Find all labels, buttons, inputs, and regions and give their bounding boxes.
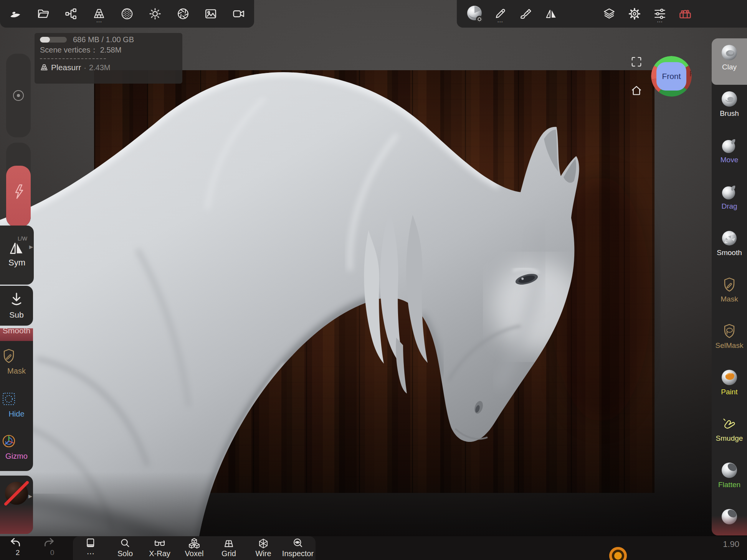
- shield-brush-icon: [0, 347, 18, 365]
- gizmo-tool-button[interactable]: Gizmo: [0, 432, 33, 461]
- xray-label: X-Ray: [143, 550, 177, 557]
- sculpt-viewport[interactable]: [0, 0, 747, 560]
- smooth-toast-label: Smooth: [0, 328, 33, 335]
- tool-mask[interactable]: Mask: [712, 270, 747, 317]
- files-button[interactable]: [31, 1, 56, 26]
- settings-button[interactable]: [622, 1, 647, 26]
- tool-label: Smooth: [712, 249, 747, 257]
- scene-menu-button[interactable]: ⋯: [74, 536, 107, 560]
- mesh-vertex-count: 2.43M: [89, 63, 111, 72]
- symmetry-button[interactable]: [538, 1, 564, 26]
- mesh-name: Pleasurr: [51, 63, 81, 72]
- camera-button[interactable]: [226, 1, 251, 26]
- environment-button[interactable]: [114, 1, 140, 26]
- solo-toggle[interactable]: Solo: [108, 536, 142, 560]
- shield-lasso-icon: [721, 322, 738, 340]
- more-indicator: ⋯: [488, 19, 513, 25]
- mask-menu-button[interactable]: Mask: [0, 347, 33, 376]
- display-options-panel: ⋯ Solo X-Ray V: [73, 536, 316, 560]
- fullscreen-icon: [631, 56, 642, 68]
- redo-button[interactable]: 0: [43, 537, 61, 557]
- home-icon: [630, 84, 643, 97]
- matcap-disabled-button[interactable]: ▶: [0, 476, 33, 534]
- postprocess-button[interactable]: [170, 1, 196, 26]
- topology-button[interactable]: ⋯: [86, 1, 112, 26]
- clay-sphere-icon: [721, 44, 738, 61]
- memory-progress-fill: [40, 37, 50, 43]
- inspector-toggle[interactable]: Inspector: [281, 536, 315, 560]
- node-graph-icon: [64, 7, 78, 20]
- nomad-sculpt-app: ⋯: [0, 0, 747, 560]
- material-sphere-icon: [466, 5, 484, 23]
- glasses-icon: [154, 538, 165, 549]
- folder-icon: [37, 7, 50, 20]
- inspector-eye-icon: [292, 538, 304, 549]
- intensity-slider[interactable]: [6, 143, 31, 227]
- layers-icon: [603, 7, 616, 20]
- dashed-separator: [40, 58, 106, 59]
- tool-smooth[interactable]: Smooth: [712, 224, 747, 270]
- solo-label: Solo: [108, 550, 142, 557]
- sub-mode-button[interactable]: Sub: [0, 286, 33, 326]
- shield-brush-icon: [721, 276, 738, 293]
- tool-move[interactable]: Move: [712, 131, 747, 178]
- undo-button[interactable]: 2: [8, 537, 27, 557]
- left-tool-panel: Mask Hide Gizmo: [0, 341, 33, 471]
- aperture-icon: [177, 7, 190, 20]
- tool-brush[interactable]: Brush: [712, 85, 747, 131]
- tool-label: Move: [712, 156, 747, 164]
- symmetry-icon: [8, 240, 25, 255]
- undo-count: 2: [8, 548, 27, 557]
- hide-marquee-icon: [0, 390, 18, 408]
- tool-flatten[interactable]: Flatten: [712, 456, 747, 502]
- gizmo-label: Gizmo: [0, 452, 33, 461]
- undo-icon: [8, 537, 21, 548]
- reset-camera-home-button[interactable]: [630, 84, 643, 97]
- interface-sliders-button[interactable]: ⋯: [647, 1, 673, 26]
- material-button[interactable]: [462, 1, 488, 26]
- layers-button[interactable]: [597, 1, 622, 26]
- zoom-level-readout: 1.90: [712, 539, 739, 549]
- app-logo-button[interactable]: [3, 1, 28, 26]
- sub-label: Sub: [0, 310, 33, 320]
- toolbox-button[interactable]: [673, 1, 698, 26]
- fullscreen-button[interactable]: [631, 56, 642, 68]
- tool-selmask[interactable]: SelMask: [712, 317, 747, 363]
- view-orientation-gizmo[interactable]: R Front: [650, 55, 692, 97]
- symmetry-toggle-button[interactable]: L/W ▶ Sym: [0, 226, 34, 285]
- chevron-right-icon: ▶: [28, 493, 32, 499]
- radius-icon: [12, 89, 25, 102]
- voxel-cubes-icon: [188, 538, 200, 549]
- pencil-tool-button[interactable]: ⋯: [488, 1, 513, 26]
- mesh-row[interactable]: Pleasurr · 2.43M: [40, 63, 110, 72]
- gear-icon: [628, 7, 641, 20]
- lighting-button[interactable]: [142, 1, 168, 26]
- flatten-sphere-icon: [721, 461, 738, 479]
- smooth-sphere-icon: [721, 229, 738, 247]
- textured-sphere-icon: [121, 7, 134, 20]
- xray-toggle[interactable]: X-Ray: [143, 536, 177, 560]
- tool-clay[interactable]: Clay: [712, 38, 747, 85]
- toolbar-top-right: ⋯: [457, 0, 747, 28]
- grid-label: Grid: [212, 550, 246, 557]
- wireframe-toggle[interactable]: Wire: [246, 536, 280, 560]
- background-image-button[interactable]: [198, 1, 223, 26]
- sun-icon: [149, 7, 162, 20]
- paint-all-button[interactable]: [513, 1, 538, 26]
- hide-tool-button[interactable]: Hide: [0, 390, 33, 418]
- radius-slider[interactable]: [6, 54, 31, 137]
- more-indicator: ⋯: [86, 19, 112, 25]
- tool-smudge[interactable]: Smudge: [712, 410, 747, 456]
- brush-sidebar: Clay Brush Move Drag: [712, 38, 747, 535]
- mask-label: Mask: [0, 367, 33, 376]
- sculpt-model-horse: [0, 0, 747, 560]
- drag-sphere-icon: [721, 183, 738, 201]
- wireframe-icon: [258, 538, 269, 549]
- tool-drag[interactable]: Drag: [712, 178, 747, 224]
- app-logo-icon: [9, 8, 22, 19]
- export-share-button[interactable]: [58, 1, 84, 26]
- tool-paint[interactable]: Paint: [712, 363, 747, 410]
- grid-icon: [223, 538, 235, 549]
- voxel-toggle[interactable]: Voxel: [177, 536, 211, 560]
- grid-toggle[interactable]: Grid: [212, 536, 246, 560]
